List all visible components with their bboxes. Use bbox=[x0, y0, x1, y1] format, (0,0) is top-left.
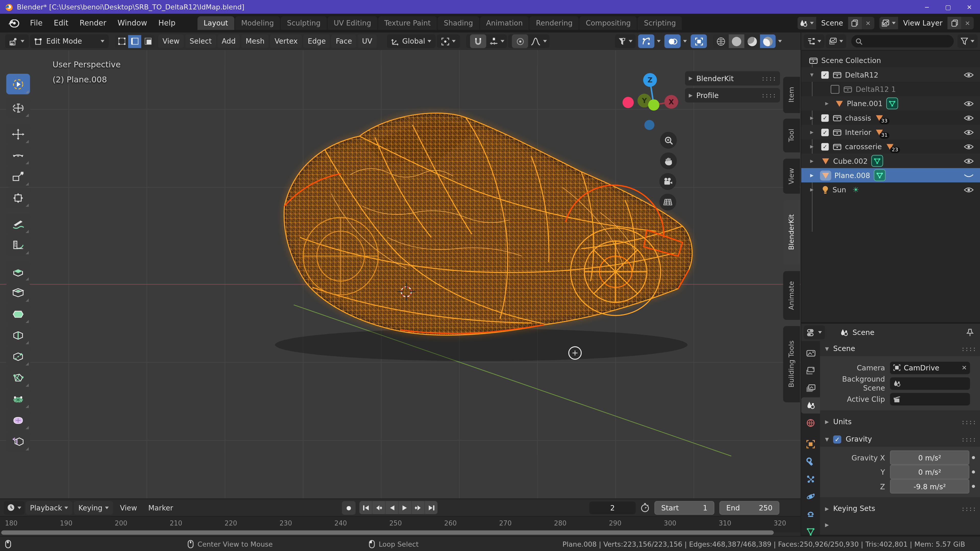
tool-edge-slide[interactable] bbox=[6, 431, 30, 452]
outliner-search-input[interactable] bbox=[851, 35, 954, 48]
expand-icon[interactable]: ▶ bbox=[809, 173, 815, 178]
gravity-z-field[interactable]: -9.8 m/s² bbox=[890, 479, 969, 493]
tab-modifiers[interactable] bbox=[801, 454, 820, 470]
outliner-row-plane-008[interactable]: ▶ Plane.008 bbox=[801, 168, 980, 183]
eye-closed-icon[interactable] bbox=[964, 172, 974, 178]
play-button[interactable] bbox=[399, 501, 412, 514]
tool-cursor[interactable] bbox=[6, 97, 30, 118]
snap-toggle[interactable] bbox=[470, 35, 487, 48]
playback-menu[interactable]: Playback bbox=[25, 501, 73, 514]
blenderkit-panel-header[interactable]: ▶ BlenderKit :::: bbox=[685, 71, 780, 86]
expand-icon[interactable]: ▼ bbox=[809, 72, 815, 77]
3d-viewport[interactable]: User Perspective (2) Plane.008 bbox=[0, 50, 800, 499]
outliner-row-scene-collection[interactable]: Scene Collection bbox=[801, 53, 980, 67]
drag-handle-icon[interactable]: :::: bbox=[961, 345, 976, 352]
tool-select-tweak[interactable] bbox=[6, 74, 30, 94]
timeline-ruler[interactable]: 180190 200210 220230 240250 260270 28029… bbox=[0, 516, 800, 532]
tool-knife[interactable] bbox=[6, 346, 30, 367]
view-layer-icon[interactable] bbox=[880, 17, 898, 29]
timeline-editor-type-button[interactable] bbox=[4, 501, 24, 514]
active-clip-field[interactable] bbox=[890, 392, 970, 405]
gravity-x-field[interactable]: 0 m/s² bbox=[890, 451, 969, 465]
clear-camera-icon[interactable]: ✕ bbox=[962, 364, 967, 371]
workspace-tab-modeling[interactable]: Modeling bbox=[235, 16, 280, 30]
outliner-row-carosserie[interactable]: ▶ ✓ carosserie 23 bbox=[801, 139, 980, 154]
drag-handle-icon[interactable]: :::: bbox=[961, 418, 976, 425]
editor-type-button[interactable] bbox=[5, 35, 29, 48]
hide-eye-icon[interactable] bbox=[964, 186, 974, 192]
camera-field[interactable]: CamDrive ✕ bbox=[890, 362, 970, 374]
hide-eye-icon[interactable] bbox=[964, 71, 974, 78]
tool-move[interactable] bbox=[6, 124, 30, 144]
outliner-row-chassis[interactable]: ▶ ✓ chassis 33 bbox=[801, 110, 980, 125]
workspace-tab-scripting[interactable]: Scripting bbox=[638, 16, 682, 30]
menu-mesh[interactable]: Mesh bbox=[241, 35, 269, 48]
pin-icon[interactable] bbox=[966, 328, 974, 337]
menu-file[interactable]: File bbox=[24, 17, 48, 29]
chassis-checkbox[interactable]: ✓ bbox=[821, 114, 829, 121]
transform-orientation-dropdown[interactable]: Global bbox=[387, 35, 436, 48]
units-section-header[interactable]: ▶ Units :::: bbox=[820, 414, 980, 429]
shading-wireframe-button[interactable] bbox=[713, 35, 729, 48]
shading-material-button[interactable] bbox=[745, 35, 760, 48]
expand-icon[interactable]: ▶ bbox=[824, 101, 830, 106]
camera-view-button[interactable] bbox=[659, 173, 676, 190]
expand-icon[interactable]: ▶ bbox=[809, 130, 815, 135]
deltar12-1-checkbox[interactable] bbox=[831, 85, 839, 94]
tool-poly-build[interactable] bbox=[6, 367, 30, 388]
visibility-filter-dropdown[interactable] bbox=[615, 35, 636, 48]
expand-icon[interactable]: ▶ bbox=[809, 115, 815, 121]
tool-measure[interactable] bbox=[6, 235, 30, 256]
expand-icon[interactable]: ▶ bbox=[809, 159, 815, 164]
tool-extrude-region[interactable] bbox=[6, 261, 30, 282]
timeline-view-menu[interactable]: View bbox=[115, 501, 143, 514]
drag-handle-icon[interactable]: :::: bbox=[761, 75, 776, 82]
tool-transform[interactable] bbox=[6, 187, 30, 208]
menu-render[interactable]: Render bbox=[74, 17, 112, 29]
tab-constraints[interactable] bbox=[801, 506, 820, 522]
gravity-checkbox[interactable]: ✓ bbox=[833, 435, 842, 443]
drag-handle-icon[interactable]: :::: bbox=[961, 436, 976, 443]
tool-smooth[interactable] bbox=[6, 410, 30, 430]
vertex-select-button[interactable] bbox=[115, 35, 128, 48]
scene-name-field[interactable]: Scene bbox=[816, 17, 848, 29]
ortho-toggle-button[interactable] bbox=[659, 194, 676, 210]
timeline-marker-menu[interactable]: Marker bbox=[143, 501, 179, 514]
shading-solid-button[interactable] bbox=[729, 35, 745, 48]
drag-handle-icon[interactable]: :::: bbox=[761, 92, 776, 99]
outliner-editor-type-button[interactable] bbox=[803, 35, 824, 48]
hide-eye-icon[interactable] bbox=[964, 100, 974, 106]
outliner-row-plane-001[interactable]: ▶ Plane.001 bbox=[801, 96, 980, 110]
workspace-tab-animation[interactable]: Animation bbox=[480, 16, 529, 30]
clipped-section-header[interactable]: ▶ bbox=[820, 517, 980, 532]
workspace-tab-rendering[interactable]: Rendering bbox=[530, 16, 579, 30]
sidebar-tab-item[interactable]: Item bbox=[783, 77, 800, 113]
tab-output[interactable] bbox=[801, 362, 820, 379]
navigation-gizmo[interactable]: Z Y X bbox=[622, 73, 681, 132]
pivot-point-dropdown[interactable] bbox=[437, 35, 460, 48]
hide-eye-icon[interactable] bbox=[964, 114, 974, 121]
keying-sets-section-header[interactable]: ▶ Keying Sets :::: bbox=[820, 501, 980, 516]
end-frame-field[interactable]: End250 bbox=[719, 501, 780, 514]
workspace-tab-layout[interactable]: Layout bbox=[197, 16, 234, 30]
hide-eye-icon[interactable] bbox=[964, 158, 974, 164]
xray-toggle[interactable] bbox=[690, 35, 707, 48]
outliner-row-cube-002[interactable]: ▶ Cube.002 bbox=[801, 154, 980, 168]
show-gizmo-toggle[interactable] bbox=[638, 35, 654, 48]
view-layer-name-field[interactable]: View Layer bbox=[898, 17, 948, 29]
sidebar-tab-animate[interactable]: Animate bbox=[783, 271, 800, 320]
current-frame-field[interactable]: 2 bbox=[589, 501, 635, 514]
car-model[interactable] bbox=[284, 113, 692, 335]
jump-to-end-button[interactable] bbox=[425, 501, 438, 514]
expand-icon[interactable]: ▶ bbox=[809, 187, 815, 192]
pan-view-button[interactable] bbox=[660, 152, 677, 169]
outliner-row-interior[interactable]: ▶ ✓ Interior 31 bbox=[801, 125, 980, 139]
tab-render[interactable] bbox=[801, 345, 820, 361]
menu-help[interactable]: Help bbox=[153, 17, 181, 29]
menu-uv[interactable]: UV bbox=[358, 35, 376, 48]
tool-spin[interactable] bbox=[6, 389, 30, 409]
tool-rotate[interactable] bbox=[6, 145, 30, 165]
menu-vertex[interactable]: Vertex bbox=[270, 35, 302, 48]
prev-keyframe-button[interactable] bbox=[372, 501, 386, 514]
expand-icon[interactable]: ▶ bbox=[809, 144, 815, 149]
